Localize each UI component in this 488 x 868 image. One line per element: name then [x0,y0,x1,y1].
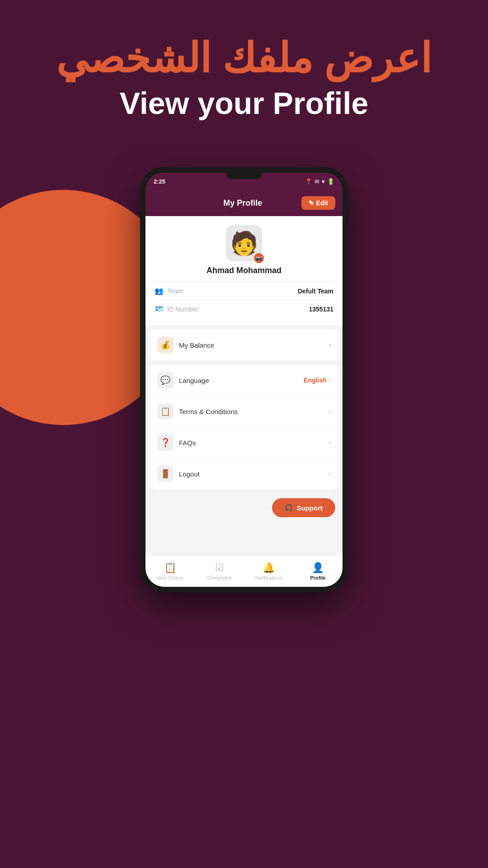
support-button[interactable]: 🎧 Support [272,498,336,517]
balance-left: 💰 My Balance [157,337,214,353]
team-value: Defult Team [298,288,333,295]
user-name: Ahmad Mohammad [145,266,343,275]
faq-icon-box: ❓ [157,434,174,451]
logout-chevron: › [328,470,331,478]
team-label-text: Team: [167,288,184,295]
profile-card: 🧑 📷 Ahmad Mohammad 👥 Team: Defult Team [145,216,343,325]
phone-mockup: 2:25 📍 ✉ ▾ 🔋 My Profile ✎ Edit [140,167,348,592]
terms-chevron: › [328,407,331,415]
language-chevron: › [328,376,331,384]
nav-notifications[interactable]: 🔔 Notifications [244,558,293,584]
balance-label: My Balance [179,341,214,349]
nav-profile-icon: 👤 [312,562,324,574]
app-header: My Profile ✎ Edit [145,190,343,216]
terms-left: 📋 Terms & Conditions [157,403,238,420]
nav-profile[interactable]: 👤 Profile [293,558,343,584]
id-label-text: ID Number: [167,306,200,313]
balance-icon-box: 💰 [157,337,174,353]
id-row: 🪪 ID Number: 1355131 [145,300,343,318]
battery-icon: 🔋 [327,178,334,185]
language-item[interactable]: 💬 Language English › [150,365,338,396]
logout-icon: 🚪 [160,469,170,479]
language-right: English › [304,376,331,384]
logout-item[interactable]: 🚪 Logout › [150,458,338,489]
balance-section: 💰 My Balance › [150,330,338,360]
wifi-icon: ▾ [322,178,325,185]
logout-label: Logout [179,470,200,478]
avatar: 🧑 📷 [226,225,262,261]
camera-badge[interactable]: 📷 [254,253,264,263]
id-value: 1355131 [309,306,333,313]
language-icon-box: 💬 [157,372,174,388]
status-time: 2:25 [154,178,165,185]
edit-button[interactable]: ✎ Edit [301,196,335,210]
balance-chevron: › [328,341,331,349]
language-icon: 💬 [160,375,170,385]
english-title: View your Profile [0,85,488,121]
faq-label: FAQs [179,439,196,447]
balance-card: 💰 My Balance › [150,330,338,360]
terms-label: Terms & Conditions [179,408,238,415]
avatar-wrapper: 🧑 📷 [145,216,343,261]
nav-completed-icon: ☑ [215,562,224,574]
language-label: Language [179,377,209,384]
faq-chevron: › [328,439,331,447]
terms-icon: 📋 [160,406,170,416]
mail-icon: ✉ [314,178,319,185]
logout-left: 🚪 Logout [157,466,200,482]
id-label: 🪪 ID Number: [155,305,200,313]
id-icon: 🪪 [155,305,164,313]
logout-right: › [328,470,331,478]
team-label: 👥 Team: [155,287,184,295]
settings-section: 💬 Language English › [150,365,338,489]
phone-outer: 2:25 📍 ✉ ▾ 🔋 My Profile ✎ Edit [140,167,348,592]
faq-icon: ❓ [160,438,170,448]
nav-new-orders-label: New Orders [157,575,183,580]
support-section: 🎧 Support [145,494,343,524]
content-area: 🧑 📷 Ahmad Mohammad 👥 Team: Defult Team [145,216,343,555]
arabic-title: اعرض ملفك الشخصي [0,36,488,81]
nav-completed[interactable]: ☑ Completed [195,558,244,584]
nav-completed-label: Completed [207,575,231,580]
terms-icon-box: 📋 [157,403,174,420]
terms-right: › [328,407,331,415]
faq-right: › [328,439,331,447]
nav-new-orders-icon: 📋 [164,562,176,574]
phone-screen: My Profile ✎ Edit 🧑 📷 Ahmad Moham [145,190,343,587]
logout-icon-box: 🚪 [157,466,174,482]
nav-notifications-icon: 🔔 [263,562,275,574]
edit-button-label: Edit [316,199,328,207]
balance-icon: 💰 [160,340,170,350]
faq-item[interactable]: ❓ FAQs › [150,427,338,458]
edit-icon: ✎ [309,199,314,207]
faq-left: ❓ FAQs [157,434,196,451]
support-icon: 🎧 [285,504,293,512]
settings-card: 💬 Language English › [150,365,338,489]
terms-item[interactable]: 📋 Terms & Conditions › [150,396,338,427]
avatar-icon: 🧑 [230,232,258,255]
header-section: اعرض ملفك الشخصي View your Profile [0,36,488,121]
notch [226,173,262,179]
nav-profile-label: Profile [310,575,325,580]
bottom-nav: 📋 New Orders ☑ Completed 🔔 Notifications… [145,555,343,587]
support-label: Support [297,504,323,512]
app-header-title: My Profile [184,198,301,208]
balance-right: › [328,341,331,349]
nav-notifications-label: Notifications [255,575,282,580]
team-row: 👥 Team: Defult Team [145,282,343,300]
language-left: 💬 Language [157,372,209,388]
balance-item[interactable]: 💰 My Balance › [150,330,338,360]
language-value: English [304,377,327,384]
status-icons: 📍 ✉ ▾ 🔋 [305,178,334,185]
status-bar: 2:25 📍 ✉ ▾ 🔋 [145,173,343,190]
location-icon: 📍 [305,178,312,185]
nav-new-orders[interactable]: 📋 New Orders [145,558,195,584]
team-icon: 👥 [155,287,164,295]
